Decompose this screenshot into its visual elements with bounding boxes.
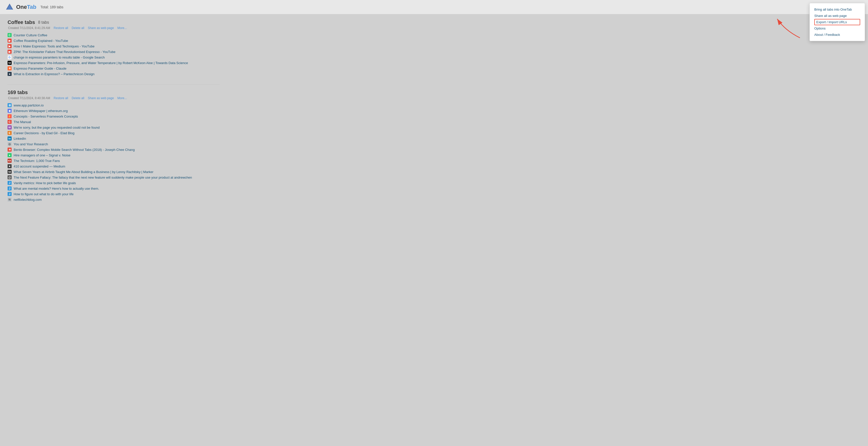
group-created-0: Created 7/11/2024, 8:41:29 AM — [8, 26, 50, 30]
list-item: ⚡Concepts - Serverless Framework Concept… — [7, 114, 219, 119]
group-action-0-2[interactable]: Share as web page — [88, 26, 114, 30]
popup-about[interactable]: About / Feedback — [814, 32, 860, 38]
list-item: ◎You and Your Research — [7, 141, 219, 147]
popup-bring-all[interactable]: Bring all tabs into OneTab — [814, 6, 860, 12]
group-action-0-0[interactable]: Restore all — [54, 26, 68, 30]
tab-favicon-1-7: ◎ — [7, 142, 11, 146]
tab-favicon-0-1: ▶ — [7, 38, 11, 42]
tab-link-1-1[interactable]: Ethereum Whitepaper | ethereum.org — [13, 109, 68, 113]
list-item: Gchange in espresso paramters to results… — [7, 55, 219, 60]
tab-link-1-5[interactable]: Career Decisions - by Elad Gil - Elad Bl… — [13, 131, 74, 135]
group-created-1: Created 7/11/2024, 8:40:38 AM — [8, 96, 50, 100]
list-item: ◆Ethereum Whitepaper | ethereum.org — [7, 108, 219, 114]
tab-link-0-4[interactable]: change in espresso paramters to results … — [13, 56, 105, 59]
tab-favicon-0-0: C — [7, 33, 11, 37]
tab-favicon-1-8: ≋ — [7, 148, 11, 152]
logo-one: One — [16, 4, 27, 10]
tab-link-1-15[interactable]: What are mental models? Here's how to ac… — [13, 187, 99, 190]
list-item: MEspresso Parameters: Pre-Infusion, Pres… — [7, 60, 219, 66]
list-item: MWhat Seven Years at Airbnb Taught Me Ab… — [7, 169, 219, 175]
tab-favicon-1-1: ◆ — [7, 109, 11, 113]
tab-link-0-2[interactable]: How I Make Espresso: Tools and Technique… — [13, 44, 95, 48]
onetab-logo-icon — [5, 2, 14, 11]
group-0: Coffee tabs8 tabsCreated 7/11/2024, 8:41… — [7, 20, 219, 77]
group-header-0: Coffee tabs8 tabs — [7, 20, 219, 25]
tab-favicon-1-17: N — [7, 198, 11, 202]
tab-link-0-5[interactable]: Espresso Parameters: Pre-Infusion, Press… — [13, 61, 188, 65]
list-item: JVanity metrics: How to pick better life… — [7, 180, 219, 186]
tab-favicon-0-3: ▶ — [7, 50, 11, 54]
tab-link-0-7[interactable]: What is Extraction in Espresso? – Pantec… — [13, 72, 95, 76]
tab-favicon-1-10: KK — [7, 159, 11, 163]
group-action-1-1[interactable]: Delete all — [72, 96, 84, 100]
list-item: ●What is Extraction in Espresso? – Pante… — [7, 71, 219, 77]
header: OneTab Total: 189 tabs — [0, 0, 868, 14]
tab-link-1-17[interactable]: netflixtechblog.com — [13, 198, 41, 202]
tab-favicon-0-4: G — [7, 55, 11, 59]
tab-link-1-13[interactable]: The Next Feature Fallacy: The fallacy th… — [13, 176, 192, 179]
tab-link-1-4[interactable]: We're sorry, but the page you requested … — [13, 126, 100, 129]
group-action-1-0[interactable]: Restore all — [54, 96, 68, 100]
tab-link-1-6[interactable]: LinkedIn — [13, 137, 26, 141]
tab-link-1-0[interactable]: www.app.partizion.io — [13, 103, 43, 107]
logo-text: OneTab — [16, 4, 36, 10]
tab-link-0-6[interactable]: Espresso Parameter Guide - Claude — [13, 67, 67, 70]
tab-favicon-1-14: J — [7, 181, 11, 185]
tab-link-0-0[interactable]: Counter Culture Coffee — [13, 33, 47, 37]
tab-link-1-10[interactable]: The Technium: 1,000 True Fans — [13, 159, 60, 163]
list-item: ≋Bento Browser: Complex Mobile Search Wi… — [7, 147, 219, 152]
tab-link-1-12[interactable]: What Seven Years at Airbnb Taught Me Abo… — [13, 170, 153, 174]
popup-share-all[interactable]: Share all as web page — [814, 12, 860, 19]
tab-link-1-9[interactable]: Hire managers of one – Signal v. Noise — [13, 153, 70, 157]
tab-link-1-7[interactable]: You and Your Research — [13, 142, 48, 146]
tab-link-1-11[interactable]: 410 account suspended — Medium — [13, 165, 65, 168]
tab-favicon-1-15: J — [7, 186, 11, 190]
tab-favicon-1-2: ⚡ — [7, 114, 11, 118]
tab-favicon-1-9: ● — [7, 153, 11, 157]
tab-list-0: CCounter Culture Coffee▶Coffee Roasting … — [7, 32, 219, 77]
tab-link-1-3[interactable]: The Manual — [13, 120, 31, 124]
group-action-0-1[interactable]: Delete all — [72, 26, 84, 30]
tab-favicon-0-6: ✳ — [7, 66, 11, 70]
list-item: @The Next Feature Fallacy: The fallacy t… — [7, 175, 219, 180]
list-item: Nnetflixtechblog.com — [7, 197, 219, 202]
logo-area: OneTab Total: 189 tabs — [5, 2, 63, 11]
list-item: ■410 account suspended — Medium — [7, 163, 219, 169]
list-item: WWe're sorry, but the page you requested… — [7, 125, 219, 130]
popup-menu: Bring all tabs into OneTab Share all as … — [809, 3, 865, 41]
tab-link-0-3[interactable]: ZPM: The Kickstarter Failure That Revolu… — [13, 50, 116, 54]
tab-link-0-1[interactable]: Coffee Roasting Explained - YouTube — [13, 39, 68, 42]
list-item: ▶How I Make Espresso: Tools and Techniqu… — [7, 43, 219, 49]
list-item: CCounter Culture Coffee — [7, 32, 219, 38]
tab-link-1-14[interactable]: Vanity metrics: How to pick better life … — [13, 181, 76, 185]
group-action-0-3[interactable]: More... — [118, 26, 127, 30]
list-item: ECareer Decisions - by Elad Gil - Elad B… — [7, 130, 219, 136]
tab-favicon-1-4: W — [7, 125, 11, 129]
list-item: JWhat are mental models? Here's how to a… — [7, 186, 219, 191]
tab-link-1-8[interactable]: Bento Browser: Complex Mobile Search Wit… — [13, 148, 135, 152]
total-tabs: Total: 189 tabs — [40, 5, 63, 9]
popup-options[interactable]: Options — [814, 25, 860, 32]
group-action-1-2[interactable]: Share as web page — [88, 96, 114, 100]
popup-export-import[interactable]: Export / Import URLs — [814, 19, 860, 25]
tab-favicon-0-2: ▶ — [7, 44, 11, 48]
list-item: ✳Espresso Parameter Guide - Claude — [7, 66, 219, 71]
list-item: inLinkedIn — [7, 136, 219, 141]
group-header-1: 169 tabs — [7, 90, 219, 95]
tab-favicon-0-5: M — [7, 61, 11, 65]
list-item: ▶Coffee Roasting Explained - YouTube — [7, 38, 219, 43]
group-name-1: 169 tabs — [7, 90, 28, 95]
list-item: ⊞www.app.partizion.io — [7, 102, 219, 108]
list-item: ●Hire managers of one – Signal v. Noise — [7, 152, 219, 158]
logo-tab: Tab — [27, 4, 36, 10]
arrow-annotation — [775, 15, 805, 41]
group-name-0: Coffee tabs — [7, 20, 35, 25]
list-item: JHow to figure out what to do with your … — [7, 191, 219, 197]
groups-container: Coffee tabs8 tabsCreated 7/11/2024, 8:41… — [7, 20, 219, 202]
tab-link-1-2[interactable]: Concepts - Serverless Framework Concepts — [13, 115, 78, 118]
tab-favicon-1-3: C — [7, 120, 11, 124]
list-item: CThe Manual — [7, 119, 219, 125]
tab-favicon-1-13: @ — [7, 175, 11, 179]
tab-link-1-16[interactable]: How to figure out what to do with your l… — [13, 192, 74, 196]
group-action-1-3[interactable]: More... — [118, 96, 127, 100]
